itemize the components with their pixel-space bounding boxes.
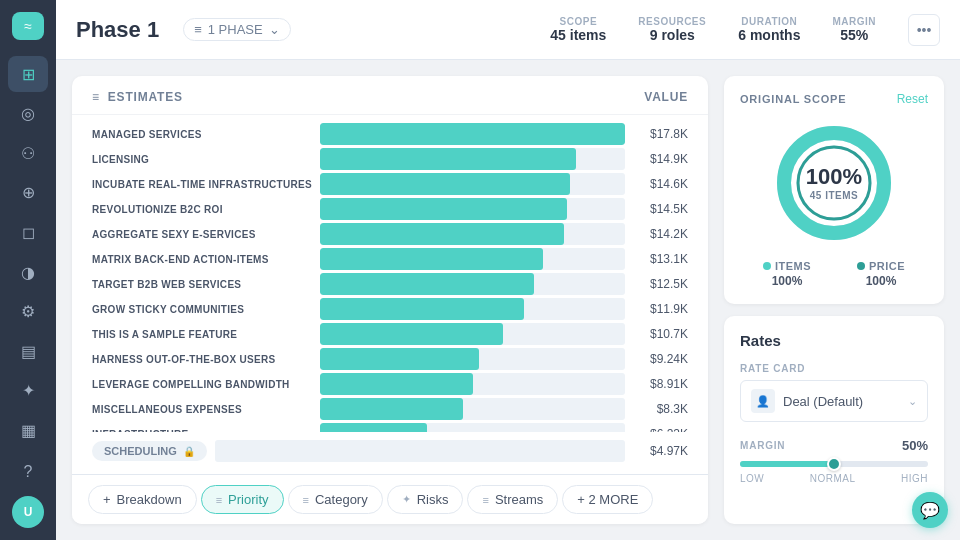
streams-tab-label: Streams <box>495 492 543 507</box>
bar-value: $12.5K <box>633 277 688 291</box>
bar-label: MATRIX BACK-END ACTION-ITEMS <box>92 254 312 265</box>
chat-icon: 💬 <box>920 501 940 520</box>
bar-track <box>320 373 625 395</box>
donut-chart-container: 100% 45 ITEMS <box>740 118 928 248</box>
bar-label: REVOLUTIONIZE B2C ROI <box>92 204 312 215</box>
margin-section-label: MARGIN <box>740 440 785 451</box>
bar-track <box>320 423 625 432</box>
scope-card-header: ORIGINAL SCOPE Reset <box>740 92 928 106</box>
bar-row[interactable]: REVOLUTIONIZE B2C ROI $14.5K <box>92 198 688 220</box>
slider-thumb[interactable] <box>827 457 841 471</box>
bar-value: $9.24K <box>633 352 688 366</box>
logo-icon: ≈ <box>24 18 32 34</box>
price-legend-value: 100% <box>866 274 897 288</box>
layers-icon: ▤ <box>21 342 36 361</box>
bar-label: AGGREGATE SEXY E-SERVICES <box>92 229 312 240</box>
bar-track <box>320 273 625 295</box>
duration-value: 6 months <box>738 27 800 43</box>
price-legend-dot <box>857 262 865 270</box>
bar-row[interactable]: LEVERAGE COMPELLING BANDWIDTH $8.91K <box>92 373 688 395</box>
rate-card-select[interactable]: 👤 Deal (Default) ⌄ <box>740 380 928 422</box>
sidebar-item-dashboard[interactable]: ⊞ <box>8 56 48 92</box>
tab-streams[interactable]: ≡ Streams <box>467 485 558 514</box>
bar-track <box>320 398 625 420</box>
phase-badge[interactable]: ≡ 1 PHASE ⌄ <box>183 18 291 41</box>
scope-value: 45 items <box>550 27 606 43</box>
bar-row[interactable]: MATRIX BACK-END ACTION-ITEMS $13.1K <box>92 248 688 270</box>
sidebar-item-cube[interactable]: ◻ <box>8 215 48 251</box>
bar-fill <box>320 223 564 245</box>
phase-badge-label: 1 PHASE <box>208 22 263 37</box>
bar-track <box>320 223 625 245</box>
tab-category[interactable]: ≡ Category <box>288 485 383 514</box>
header: Phase 1 ≡ 1 PHASE ⌄ SCOPE 45 items RESOU… <box>56 0 960 60</box>
estimates-title: ESTIMATES <box>108 90 183 104</box>
add-icon: + <box>103 492 111 507</box>
bar-label: LEVERAGE COMPELLING BANDWIDTH <box>92 379 312 390</box>
sidebar-item-users[interactable]: ⚇ <box>8 136 48 172</box>
bar-row[interactable]: GROW STICKY COMMUNITIES $11.9K <box>92 298 688 320</box>
price-legend-label: PRICE <box>869 260 905 272</box>
sidebar-item-settings[interactable]: ⚙ <box>8 294 48 330</box>
sidebar-item-layers[interactable]: ▤ <box>8 333 48 369</box>
items-legend-dot <box>763 262 771 270</box>
sidebar-item-chart[interactable]: ◑ <box>8 254 48 290</box>
content-area: ≡ ESTIMATES VALUE MANAGED SERVICES $17.8… <box>56 60 960 540</box>
bar-row[interactable]: MANAGED SERVICES $17.8K <box>92 123 688 145</box>
bar-row[interactable]: INFRASTRUCTURE $6.23K <box>92 423 688 432</box>
category-tab-icon: ≡ <box>303 494 309 506</box>
sidebar-item-wand[interactable]: ✦ <box>8 373 48 409</box>
bar-row[interactable]: INCUBATE REAL-TIME INFRASTRUCTURES $14.6… <box>92 173 688 195</box>
value-label: VALUE <box>644 90 688 104</box>
duration-label: DURATION <box>741 16 797 27</box>
more-tabs-button[interactable]: + 2 MORE <box>562 485 653 514</box>
dashboard-icon: ⊞ <box>22 65 35 84</box>
sidebar-item-help[interactable]: ? <box>8 452 48 492</box>
phase-badge-icon: ≡ <box>194 22 202 37</box>
bar-row[interactable]: HARNESS OUT-OF-THE-BOX USERS $9.24K <box>92 348 688 370</box>
tab-risks[interactable]: ✦ Risks <box>387 485 464 514</box>
bottom-tabs: + Breakdown ≡ Priority ≡ Category ✦ Risk… <box>72 474 708 524</box>
bar-row[interactable]: TARGET B2B WEB SERVICES $12.5K <box>92 273 688 295</box>
tab-priority[interactable]: ≡ Priority <box>201 485 284 514</box>
scheduling-value: $4.97K <box>633 444 688 458</box>
category-tab-label: Category <box>315 492 368 507</box>
sidebar-item-binoculars[interactable]: ◎ <box>8 96 48 132</box>
bar-row[interactable]: THIS IS A SAMPLE FEATURE $10.7K <box>92 323 688 345</box>
bar-value: $13.1K <box>633 252 688 266</box>
resources-value: 9 roles <box>650 27 695 43</box>
chart-icon: ◑ <box>21 263 35 282</box>
margin-slider[interactable] <box>740 461 928 467</box>
bar-value: $11.9K <box>633 302 688 316</box>
bar-track <box>320 323 625 345</box>
bar-fill <box>320 148 576 170</box>
bar-track <box>320 248 625 270</box>
breakdown-tab[interactable]: + Breakdown <box>88 485 197 514</box>
more-icon: ••• <box>917 22 932 38</box>
sidebar-item-team[interactable]: ⊕ <box>8 175 48 211</box>
bar-track <box>320 148 625 170</box>
bar-track <box>320 298 625 320</box>
bar-row[interactable]: AGGREGATE SEXY E-SERVICES $14.2K <box>92 223 688 245</box>
bar-list: MANAGED SERVICES $17.8K LICENSING $14.9K… <box>72 115 708 432</box>
cube-icon: ◻ <box>22 223 35 242</box>
bar-fill <box>320 173 570 195</box>
slider-normal-label: NORMAL <box>810 473 856 484</box>
more-button[interactable]: ••• <box>908 14 940 46</box>
bar-row[interactable]: LICENSING $14.9K <box>92 148 688 170</box>
bar-fill <box>320 248 543 270</box>
bar-value: $14.6K <box>633 177 688 191</box>
risks-tab-label: Risks <box>417 492 449 507</box>
bar-row[interactable]: MISCELLANEOUS EXPENSES $8.3K <box>92 398 688 420</box>
table-icon: ▦ <box>21 421 36 440</box>
sidebar: ≈ ⊞ ◎ ⚇ ⊕ ◻ ◑ ⚙ ▤ ✦ ▦ ? U <box>0 0 56 540</box>
avatar[interactable]: U <box>12 496 44 528</box>
chat-bubble[interactable]: 💬 <box>912 492 948 528</box>
bar-label: HARNESS OUT-OF-THE-BOX USERS <box>92 354 312 365</box>
priority-tab-icon: ≡ <box>216 494 222 506</box>
sidebar-item-table[interactable]: ▦ <box>8 413 48 449</box>
reset-button[interactable]: Reset <box>897 92 928 106</box>
rates-card: Rates RATE CARD 👤 Deal (Default) ⌄ MARGI… <box>724 316 944 524</box>
help-icon: ? <box>24 463 33 481</box>
sidebar-logo[interactable]: ≈ <box>12 12 44 40</box>
